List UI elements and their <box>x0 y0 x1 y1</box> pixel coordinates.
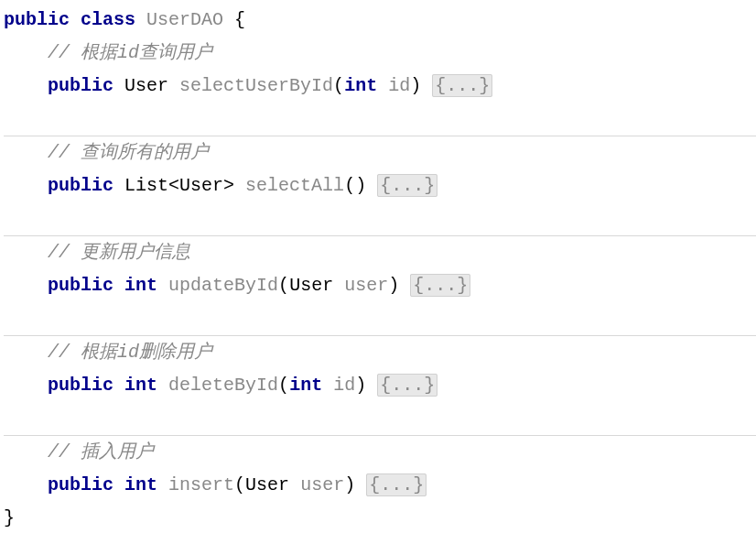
method-line-selectAll: public List<User> selectAll() {...} <box>4 169 756 202</box>
param-name: user <box>300 474 344 495</box>
return-type: List<User> <box>124 175 234 196</box>
comment-line: // 插入用户 <box>4 435 756 469</box>
method-line-deleteById: public int deleteById(int id) {...} <box>4 369 756 402</box>
open-brace: { <box>234 9 245 30</box>
method-line-selectUserById: public User selectUserById(int id) {...} <box>4 70 756 103</box>
fold-marker[interactable]: {...} <box>377 174 437 197</box>
paren-close: ) <box>355 175 366 196</box>
fold-marker[interactable]: {...} <box>432 74 492 97</box>
class-declaration-line: public class UserDAO { <box>4 4 756 37</box>
method-line-updateById: public int updateById(User user) {...} <box>4 269 756 302</box>
method-modifier: public <box>48 275 113 296</box>
param-name: id <box>388 75 410 96</box>
blank-line <box>4 302 756 335</box>
paren-open: ( <box>234 474 245 495</box>
paren-open: ( <box>344 175 355 196</box>
code-block: public class UserDAO { // 根据id查询用户 publi… <box>0 0 756 539</box>
return-type: int <box>124 474 157 495</box>
param-type: int <box>289 375 322 396</box>
method-modifier: public <box>48 175 113 196</box>
method-modifier: public <box>48 75 113 96</box>
comment-line: // 根据id删除用户 <box>4 335 756 369</box>
class-modifier: public <box>4 9 70 30</box>
method-line-insert: public int insert(User user) {...} <box>4 469 756 502</box>
param-name: id <box>333 375 355 396</box>
method-name: selectUserById <box>179 75 333 96</box>
close-brace: } <box>4 507 15 528</box>
blank-line <box>4 103 756 136</box>
paren-close: ) <box>410 75 421 96</box>
fold-marker[interactable]: {...} <box>366 473 427 496</box>
blank-line <box>4 202 756 235</box>
method-modifier: public <box>48 375 113 396</box>
paren-open: ( <box>333 75 344 96</box>
comment: // 查询所有的用户 <box>48 142 209 163</box>
class-keyword: class <box>81 9 135 30</box>
blank-line <box>4 402 756 435</box>
method-name: insert <box>168 474 234 495</box>
paren-close: ) <box>355 375 366 396</box>
param-type: int <box>344 75 377 96</box>
class-name: UserDAO <box>146 9 223 30</box>
paren-close: ) <box>388 275 399 296</box>
paren-open: ( <box>278 375 289 396</box>
comment-line: // 查询所有的用户 <box>4 136 756 169</box>
fold-marker[interactable]: {...} <box>377 374 437 397</box>
comment: // 根据id查询用户 <box>48 42 212 63</box>
comment: // 更新用户信息 <box>48 242 190 263</box>
comment: // 插入用户 <box>48 441 154 462</box>
method-name: updateById <box>168 275 278 296</box>
return-type: int <box>124 275 157 296</box>
method-name: selectAll <box>245 175 344 196</box>
comment-line: // 根据id查询用户 <box>4 37 756 70</box>
comment-line: // 更新用户信息 <box>4 235 756 269</box>
return-type: int <box>124 375 157 396</box>
param-type: User <box>289 275 333 296</box>
param-name: user <box>344 275 388 296</box>
return-type: User <box>124 75 168 96</box>
paren-open: ( <box>278 275 289 296</box>
fold-marker[interactable]: {...} <box>410 274 470 297</box>
class-close-line: } <box>4 502 756 535</box>
method-name: deleteById <box>168 375 278 396</box>
paren-close: ) <box>344 474 355 495</box>
method-modifier: public <box>48 474 113 495</box>
comment: // 根据id删除用户 <box>48 342 212 363</box>
param-type: User <box>245 474 289 495</box>
